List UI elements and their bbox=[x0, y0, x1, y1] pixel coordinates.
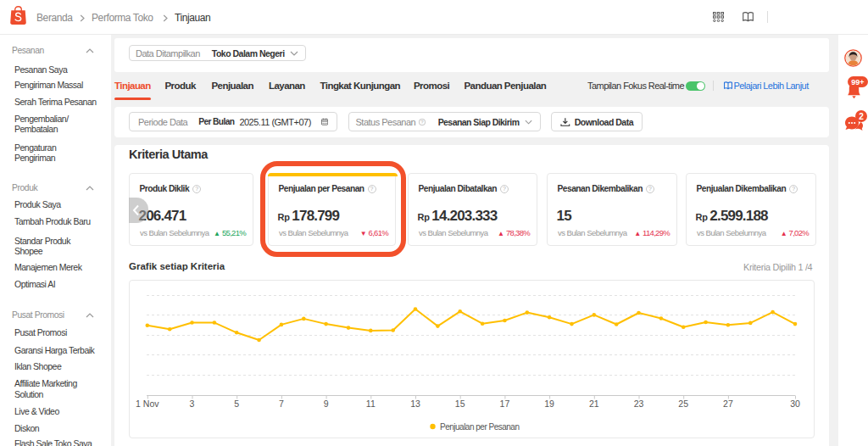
svg-text:7: 7 bbox=[279, 399, 284, 409]
svg-text:25: 25 bbox=[678, 399, 688, 409]
svg-text:30: 30 bbox=[790, 399, 800, 409]
svg-text:11: 11 bbox=[366, 399, 376, 409]
svg-text:23: 23 bbox=[634, 399, 644, 409]
svg-text:17: 17 bbox=[500, 399, 510, 409]
svg-text:99+: 99+ bbox=[851, 78, 864, 86]
svg-text:9: 9 bbox=[324, 399, 329, 409]
svg-text:3: 3 bbox=[190, 399, 195, 409]
svg-text:27: 27 bbox=[723, 399, 733, 409]
svg-text:15: 15 bbox=[455, 399, 465, 409]
svg-text:1 Nov: 1 Nov bbox=[136, 399, 159, 409]
svg-text:5: 5 bbox=[234, 399, 239, 409]
svg-text:19: 19 bbox=[544, 399, 554, 409]
svg-text:2: 2 bbox=[859, 112, 864, 121]
svg-text:13: 13 bbox=[410, 399, 420, 409]
svg-text:21: 21 bbox=[589, 399, 599, 409]
svg-text:Penjualan per Pesanan: Penjualan per Pesanan bbox=[440, 422, 519, 432]
